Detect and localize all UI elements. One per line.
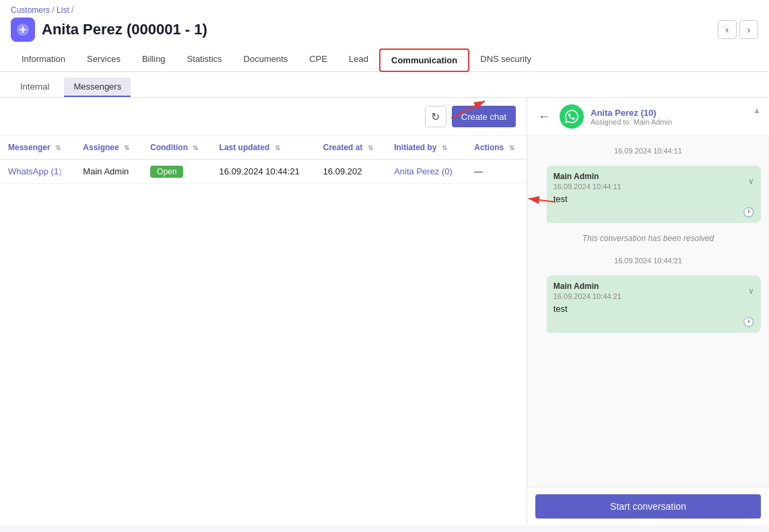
breadcrumb-customers[interactable]: Customers bbox=[11, 5, 50, 15]
date-divider-1: 16.09.2024 10:44:11 bbox=[535, 147, 761, 155]
tab-navigation: Information Services Billing Statistics … bbox=[11, 48, 758, 71]
cell-last-updated: 16.09.2024 10:44:21 bbox=[211, 160, 315, 184]
message-group-2: Main Admin 16.09.2024 10:44:21 ∨ test 🕐 bbox=[535, 275, 761, 333]
bubble-time-icon-2: 🕐 bbox=[554, 317, 754, 327]
chat-contact-info: Anita Perez (10) Assigned to: Main Admin bbox=[591, 108, 746, 126]
tab-dns-security[interactable]: DNS security bbox=[469, 48, 542, 71]
cell-assignee: Main Admin bbox=[75, 160, 142, 184]
scroll-up-icon: ▲ bbox=[753, 104, 761, 115]
chat-body[interactable]: 16.09.2024 10:44:11 Main Admin 16.09.202… bbox=[527, 136, 769, 487]
chat-contact-sub: Assigned to: Main Admin bbox=[591, 118, 746, 126]
app-logo bbox=[11, 18, 35, 42]
refresh-button[interactable]: ↻ bbox=[425, 106, 446, 127]
tab-communication[interactable]: Communication bbox=[379, 48, 469, 72]
breadcrumb: Customers / List / bbox=[11, 5, 758, 15]
sort-icon-initiated-by[interactable]: ⇅ bbox=[442, 144, 447, 152]
bubble-chevron-2[interactable]: ∨ bbox=[748, 286, 754, 296]
page-title: Anita Perez (000001 - 1) bbox=[42, 21, 207, 38]
cell-created-at: 16.09.202 bbox=[315, 160, 386, 184]
chat-bubble-2: Main Admin 16.09.2024 10:44:21 ∨ test 🕐 bbox=[547, 275, 761, 333]
nav-arrows: ‹ › bbox=[718, 20, 758, 39]
bubble-chevron-1[interactable]: ∨ bbox=[748, 176, 754, 186]
chat-footer: Start conversation bbox=[527, 487, 769, 525]
messenger-link[interactable]: WhatsApp (1) bbox=[8, 166, 62, 176]
tab-cpe[interactable]: CPE bbox=[298, 48, 338, 71]
col-assignee: Assignee ⇅ bbox=[75, 136, 142, 160]
sort-icon-assignee[interactable]: ⇅ bbox=[124, 144, 129, 152]
whatsapp-icon bbox=[560, 104, 584, 129]
col-initiated-by: Initiated by ⇅ bbox=[386, 136, 466, 160]
bubble-header-1: Main Admin 16.09.2024 10:44:11 ∨ bbox=[554, 171, 754, 191]
table-row: WhatsApp (1) Main Admin Open 16.09.2024 … bbox=[0, 160, 527, 184]
prev-button[interactable]: ‹ bbox=[718, 20, 737, 39]
breadcrumb-list[interactable]: List bbox=[57, 5, 71, 15]
next-button[interactable]: › bbox=[739, 20, 758, 39]
bubble-sender-1: Main Admin 16.09.2024 10:44:11 bbox=[554, 171, 622, 191]
bubble-time-icon-1: 🕐 bbox=[554, 207, 754, 218]
cell-actions: — bbox=[466, 160, 527, 184]
chat-panel: ← Anita Perez (10) Assigned to: Main Adm… bbox=[527, 98, 769, 525]
sort-icon-created-at[interactable]: ⇅ bbox=[368, 144, 373, 152]
bubble-text-2: test bbox=[554, 304, 754, 314]
cell-condition: Open bbox=[142, 160, 211, 184]
messengers-table: Messenger ⇅ Assignee ⇅ Condition ⇅ Last … bbox=[0, 136, 527, 184]
tab-information[interactable]: Information bbox=[11, 48, 76, 71]
date-divider-2: 16.09.2024 10:44:21 bbox=[535, 257, 761, 265]
tab-services[interactable]: Services bbox=[76, 48, 131, 71]
chat-back-button[interactable]: ← bbox=[535, 110, 553, 124]
sub-tab-bar: Internal Messengers bbox=[0, 72, 769, 98]
top-header: Customers / List / Anita Perez (000001 -… bbox=[0, 0, 769, 72]
table-panel: ↻ Create chat Messenger ⇅ Assignee ⇅ Con… bbox=[0, 98, 527, 525]
page-title-bar: Anita Perez (000001 - 1) ‹ › bbox=[11, 18, 758, 42]
tab-billing[interactable]: Billing bbox=[131, 48, 176, 71]
clock-icon-2: 🕐 bbox=[743, 317, 754, 327]
col-condition: Condition ⇅ bbox=[142, 136, 211, 160]
create-chat-button[interactable]: Create chat bbox=[452, 106, 516, 127]
tab-lead[interactable]: Lead bbox=[338, 48, 379, 71]
tab-statistics[interactable]: Statistics bbox=[176, 48, 233, 71]
subtab-internal[interactable]: Internal bbox=[11, 77, 59, 97]
cell-messenger: WhatsApp (1) bbox=[0, 160, 75, 184]
bubble-sender-2: Main Admin 16.09.2024 10:44:21 bbox=[554, 281, 622, 301]
chat-bubble-1: Main Admin 16.09.2024 10:44:11 ∨ test 🕐 bbox=[547, 166, 761, 223]
breadcrumb-sep2: / bbox=[71, 5, 73, 15]
initiated-by-link[interactable]: Anita Perez (0) bbox=[394, 166, 453, 176]
sort-icon-condition[interactable]: ⇅ bbox=[193, 144, 198, 152]
col-messenger: Messenger ⇅ bbox=[0, 136, 75, 160]
col-last-updated: Last updated ⇅ bbox=[211, 136, 315, 160]
breadcrumb-sep1: / bbox=[52, 5, 54, 15]
toolbar: ↻ Create chat bbox=[0, 98, 527, 136]
col-actions: Actions ⇅ bbox=[466, 136, 527, 160]
col-created-at: Created at ⇅ bbox=[315, 136, 386, 160]
chat-contact-name[interactable]: Anita Perez (10) bbox=[591, 108, 746, 118]
cell-initiated-by: Anita Perez (0) bbox=[386, 160, 466, 184]
bubble-header-2: Main Admin 16.09.2024 10:44:21 ∨ bbox=[554, 281, 754, 301]
subtab-messengers[interactable]: Messengers bbox=[64, 77, 131, 97]
message-group-1: Main Admin 16.09.2024 10:44:11 ∨ test 🕐 bbox=[535, 166, 761, 223]
sort-icon-actions[interactable]: ⇅ bbox=[509, 144, 514, 152]
sort-icon-last-updated[interactable]: ⇅ bbox=[275, 144, 280, 152]
clock-icon-1: 🕐 bbox=[743, 207, 754, 218]
sort-icon-messenger[interactable]: ⇅ bbox=[55, 144, 61, 152]
tab-documents[interactable]: Documents bbox=[233, 48, 299, 71]
start-conversation-button[interactable]: Start conversation bbox=[535, 494, 761, 519]
condition-badge: Open bbox=[150, 166, 183, 178]
main-content: ↻ Create chat Messenger ⇅ Assignee ⇅ Con… bbox=[0, 98, 769, 525]
chat-header: ← Anita Perez (10) Assigned to: Main Adm… bbox=[527, 98, 769, 136]
resolved-message: This conversation has been resolved bbox=[535, 231, 761, 246]
bubble-text-1: test bbox=[554, 194, 754, 204]
